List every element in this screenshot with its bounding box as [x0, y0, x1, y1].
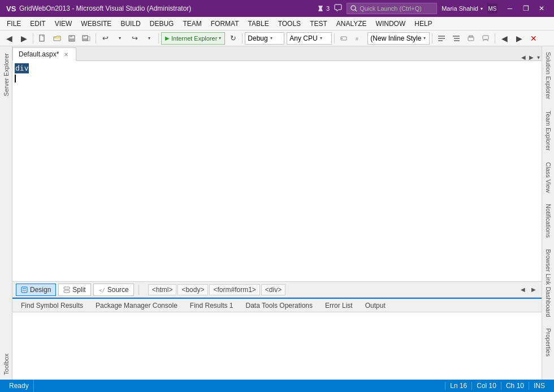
open-file-button[interactable] [50, 32, 64, 45]
breadcrumb-scroll-right[interactable]: ▶ [529, 285, 538, 294]
content-area: Default.aspx* ✕ ◀ ▶ ▾ div Design [12, 46, 542, 380]
zoom-out-icon[interactable] [479, 32, 492, 45]
sidebar-team-explorer[interactable]: Team Explorer [543, 105, 553, 156]
redo-dropdown[interactable]: ▾ [142, 32, 156, 45]
editor-cursor [15, 75, 16, 82]
split-view-button[interactable]: Split [58, 284, 90, 296]
css-prop-button[interactable]: # [352, 32, 365, 45]
tab-close-button[interactable]: ✕ [62, 50, 70, 58]
user-info[interactable]: Maria Shahid ▾ [442, 5, 483, 12]
tab-scroll-left[interactable]: ◀ [520, 54, 527, 60]
status-col: Col 10 [471, 382, 501, 390]
flag-icon [317, 5, 325, 12]
breadcrumb-div[interactable]: <div> [261, 284, 285, 295]
title-bar: VS GridWebOn2013 - Microsoft Visual Stud… [0, 0, 554, 17]
svg-rect-23 [483, 36, 488, 40]
user-avatar[interactable]: MS [487, 3, 497, 14]
quick-launch-box[interactable]: Quick Launch (Ctrl+Q) [347, 3, 437, 14]
sidebar-solution-explorer[interactable]: Solution Explorer [543, 46, 553, 105]
tab-dropdown-btn[interactable]: ▾ [535, 54, 542, 60]
stop-icon[interactable]: ✕ [527, 32, 540, 45]
back-button[interactable]: ◀ [2, 32, 16, 45]
menu-website[interactable]: WEBSITE [76, 17, 116, 30]
new-file-button[interactable] [36, 32, 49, 45]
sidebar-properties[interactable]: Properties [543, 323, 553, 362]
source-icon: </> [98, 286, 105, 293]
sidebar-browser-link[interactable]: Browser Link Dashboard [543, 243, 553, 323]
main-layout: Server Explorer Toolbox Default.aspx* ✕ … [0, 46, 554, 380]
breadcrumb-html[interactable]: <html> [148, 284, 177, 295]
bottom-tab-output[interactable]: Output [359, 299, 392, 312]
save-all-button[interactable] [80, 32, 93, 45]
breadcrumb-form[interactable]: <form#form1> [209, 284, 259, 295]
source-view-button[interactable]: </> Source [93, 284, 134, 296]
sidebar-item-toolbox[interactable]: Toolbox [3, 349, 10, 380]
platform-dropdown[interactable]: Any CPU ▾ [287, 32, 332, 45]
menu-window[interactable]: WINDOW [371, 17, 410, 30]
menu-debug[interactable]: DEBUG [145, 17, 179, 30]
redo-button[interactable]: ↪ [128, 32, 141, 45]
run-dropdown[interactable]: ▾ [219, 36, 221, 41]
save-button[interactable] [65, 32, 79, 45]
svg-rect-18 [453, 36, 460, 37]
bottom-panel: Find Symbol Results Package Manager Cons… [12, 298, 542, 380]
editor-area[interactable]: div [12, 61, 542, 282]
sidebar-class-view[interactable]: Class View [543, 156, 553, 198]
refresh-button[interactable]: ↻ [226, 32, 240, 45]
menu-build[interactable]: BUILD [116, 17, 145, 30]
restore-button[interactable]: ❐ [518, 2, 534, 15]
menu-view[interactable]: VIEW [50, 17, 77, 30]
breadcrumb-scroll-left[interactable]: ◀ [518, 285, 527, 294]
run-button[interactable]: ▶ Internet Explorer ▾ [161, 32, 225, 45]
next-arrow-icon[interactable]: ▶ [512, 32, 526, 45]
menu-help[interactable]: HELP [410, 17, 436, 30]
breadcrumb-body[interactable]: <body> [178, 284, 208, 295]
bottom-tab-package-manager[interactable]: Package Manager Console [89, 299, 184, 312]
minimize-button[interactable]: ─ [502, 2, 518, 15]
svg-rect-19 [454, 38, 460, 39]
tab-default-aspx[interactable]: Default.aspx* ✕ [12, 47, 76, 61]
close-button[interactable]: ✕ [534, 2, 549, 15]
format-icon-1[interactable] [435, 32, 448, 45]
user-arrow: ▾ [481, 6, 483, 11]
bottom-tab-find-results[interactable]: Find Results 1 [184, 299, 240, 312]
chat-icon[interactable] [334, 4, 342, 14]
svg-rect-16 [438, 38, 445, 39]
config-dropdown[interactable]: Debug ▾ [245, 32, 284, 45]
svg-text:#: # [356, 36, 358, 42]
menu-table[interactable]: TABLE [244, 17, 274, 30]
svg-rect-6 [70, 36, 72, 37]
bottom-tab-find-symbol[interactable]: Find Symbol Results [15, 299, 89, 312]
sidebar-item-server-explorer[interactable]: Server Explorer [3, 49, 10, 101]
menu-analyze[interactable]: ANALYZE [332, 17, 371, 30]
css-class-button[interactable] [337, 32, 350, 45]
toolbar-sep-7 [495, 33, 495, 43]
menu-tools[interactable]: TOOLS [274, 17, 305, 30]
prev-arrow-icon[interactable]: ◀ [497, 32, 511, 45]
tab-scroll-right[interactable]: ▶ [527, 54, 535, 60]
menu-test[interactable]: TEST [305, 17, 332, 30]
right-sidebar: Solution Explorer Team Explorer Class Vi… [542, 46, 554, 380]
design-icon [21, 286, 28, 293]
svg-rect-9 [84, 36, 85, 37]
menu-file[interactable]: FILE [2, 17, 25, 30]
undo-dropdown[interactable]: ▾ [113, 32, 127, 45]
format-icon-2[interactable] [449, 32, 463, 45]
menu-format[interactable]: FORMAT [206, 17, 244, 30]
editor-tab-bar: Default.aspx* ✕ ◀ ▶ ▾ [12, 46, 542, 61]
menu-edit[interactable]: EDIT [25, 17, 50, 30]
zoom-in-icon[interactable] [464, 32, 478, 45]
toolbar-sep-2 [96, 33, 96, 43]
design-view-button[interactable]: Design [16, 284, 56, 296]
style-dropdown[interactable]: (New Inline Style ▾ [367, 32, 430, 45]
forward-button[interactable]: ▶ [17, 32, 31, 45]
bottom-tab-data-tools[interactable]: Data Tools Operations [240, 299, 319, 312]
sidebar-notifications[interactable]: Notifications [543, 198, 553, 243]
toolbar-sep-5 [334, 33, 335, 43]
menu-team[interactable]: TEAM [178, 17, 206, 30]
run-label: Internet Explorer [171, 35, 217, 42]
notification-icon[interactable]: 3 [317, 5, 330, 12]
undo-button[interactable]: ↩ [98, 32, 112, 45]
main-toolbar: ◀ ▶ ↩ ▾ ↪ ▾ ▶ Internet Explorer ▾ ↻ Debu… [0, 31, 554, 46]
bottom-tab-error-list[interactable]: Error List [319, 299, 359, 312]
